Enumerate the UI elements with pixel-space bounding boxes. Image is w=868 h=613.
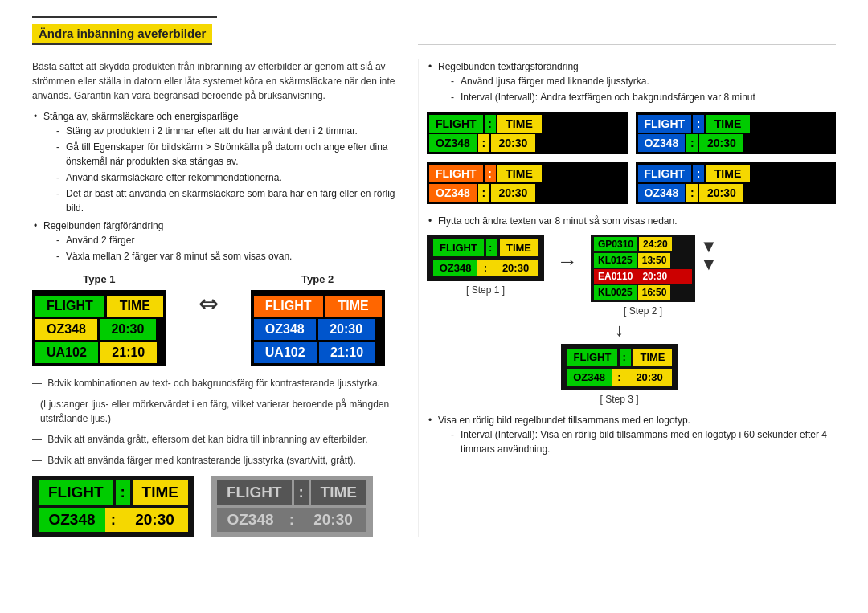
scroll-row-4: KL0025 16:50 <box>594 285 692 300</box>
dark-h1: FLIGHT <box>39 480 113 505</box>
step3-arrow-icon: ↓ <box>615 320 624 341</box>
step1-header: FLIGHT : TIME <box>433 239 538 256</box>
step1-data: OZ348 : 20:30 <box>433 260 538 276</box>
type1-r1c1: OZ348 <box>35 319 97 340</box>
vc-colon1: : <box>485 165 496 182</box>
dark-colon2: : <box>105 508 121 532</box>
type-2-label: Type 2 <box>301 273 334 285</box>
step1-container: FLIGHT : TIME OZ348 : 20:30 [ Step 1 ] <box>427 235 544 296</box>
step3-board: FLIGHT : TIME OZ348 : 20:30 <box>561 344 678 390</box>
right-sub-list: Använd ljusa färger med liknande ljussty… <box>438 74 836 104</box>
step3-data: OZ348 : 20:30 <box>567 369 672 386</box>
va-data: OZ348 : 20:30 <box>429 134 625 152</box>
vd-d1: OZ348 <box>638 184 686 202</box>
vc-d1: OZ348 <box>429 184 477 202</box>
vb-d1: OZ348 <box>638 134 686 152</box>
sub-item-1-3: Använd skärmsläckare efter rekommendatio… <box>55 170 402 185</box>
type2-h1: FLIGHT <box>254 296 323 317</box>
scroll-r4c2: 16:50 <box>638 285 671 300</box>
type-1-label: Type 1 <box>83 273 115 285</box>
step1-h1: FLIGHT <box>433 239 484 256</box>
note1-content: Bdvik kombinationen av text- och bakgrun… <box>47 378 380 389</box>
right-sub-1: Använd ljusa färger med liknande ljussty… <box>449 74 836 88</box>
step1-colon1: : <box>486 239 497 256</box>
sub-item-1-1: Stäng av produkten i 2 timmar efter att … <box>55 124 402 138</box>
type1-r2c1: UA102 <box>35 342 98 363</box>
main-content: Bästa sättet att skydda produkten från i… <box>32 59 836 537</box>
step2-container: GP0310 24:20 KL0125 13:50 EA0110 20:30 <box>591 235 695 317</box>
variant-b-board: FLIGHT : TIME OZ348 : 20:30 <box>636 112 837 154</box>
gray-d2: 20:30 <box>300 508 366 532</box>
type2-r1c1: OZ348 <box>254 319 316 340</box>
type2-header-row: FLIGHT TIME <box>254 296 382 317</box>
scroll-r1c1: GP0310 <box>594 237 637 251</box>
right-bullet-list: Regelbunden textfärgsförändring Använd l… <box>427 59 836 104</box>
vb-h1: FLIGHT <box>638 115 692 133</box>
left-column: Bästa sättet att skydda produkten från i… <box>32 59 418 537</box>
type-1-board: FLIGHT TIME OZ348 20:30 UA102 21:10 <box>32 290 166 366</box>
type2-row2: UA102 21:10 <box>254 342 382 363</box>
down-arrow-1-icon: ▼ <box>700 238 718 255</box>
step3-colon1: : <box>620 349 631 366</box>
type1-r2c2: 21:10 <box>100 342 157 363</box>
note2-text: — Bdvik att använda grått, eftersom det … <box>32 432 402 447</box>
step1-d2: 20:30 <box>493 260 538 276</box>
gray-board-header: FLIGHT : TIME <box>217 480 366 505</box>
step1-colon2: : <box>477 260 493 276</box>
gray-h2: TIME <box>311 480 366 505</box>
type-1-block: Type 1 FLIGHT TIME OZ348 20:30 UA102 21: <box>32 273 166 366</box>
step-note-list: Flytta och ändra texten var 8 minut så s… <box>427 214 836 228</box>
note1-dash: — <box>32 378 42 389</box>
step3-label: [ Step 3 ] <box>600 394 638 405</box>
vc-h2: TIME <box>497 165 542 182</box>
type2-h2: TIME <box>326 296 382 317</box>
sub-list-2: Använd 2 färger Växla mellan 2 färger va… <box>43 233 402 264</box>
sub-item-1-2: Gå till Egenskaper för bildskärm > Ström… <box>55 140 402 169</box>
sub-item-1-4: Det är bäst att använda en skärmsläckare… <box>55 186 402 215</box>
dark-d1: OZ348 <box>39 508 105 532</box>
type-2-board: FLIGHT TIME OZ348 20:30 UA102 21:10 <box>251 290 385 366</box>
step1-label: [ Step 1 ] <box>466 284 505 296</box>
gray-board-data: OZ348 : 20:30 <box>217 508 366 532</box>
scroll-row-2: KL0125 13:50 <box>594 253 692 268</box>
variant-d-board: FLIGHT : TIME OZ348 : 20:30 <box>636 162 837 204</box>
vb-colon2: : <box>686 134 698 152</box>
note3-text: — Bdvik att använda färger med kontraste… <box>32 453 402 468</box>
sub-list-1: Stäng av produkten i 2 timmar efter att … <box>43 124 402 215</box>
type2-r2c2: 21:10 <box>319 342 375 363</box>
va-h1: FLIGHT <box>429 115 483 133</box>
vc-d2: 20:30 <box>491 184 535 202</box>
step3-section: ↓ FLIGHT : TIME OZ348 : 20:30 [ Step 3 ] <box>403 320 836 405</box>
step3-d1: OZ348 <box>567 369 612 386</box>
section-title: Ändra inbänning aveferbilder <box>32 24 212 45</box>
va-d1: OZ348 <box>429 134 477 152</box>
step-right-arrow-icon: → <box>557 249 578 274</box>
top-bar-left: Ändra inbänning aveferbilder <box>32 16 418 45</box>
type1-header-row: FLIGHT TIME <box>35 296 163 317</box>
right-sub-2: Interval (Intervall): Ändra textfärgen o… <box>449 90 836 104</box>
step3-header: FLIGHT : TIME <box>567 349 672 366</box>
dark-colon1: : <box>116 480 130 505</box>
gray-board: FLIGHT : TIME OZ348 : 20:30 <box>211 476 373 537</box>
gray-colon1: : <box>294 480 309 505</box>
vb-header: FLIGHT : TIME <box>638 115 834 133</box>
vc-header: FLIGHT : TIME <box>429 165 625 182</box>
note2-dash: — <box>32 434 42 445</box>
vd-h2: TIME <box>706 165 750 182</box>
color-variants-grid: FLIGHT : TIME OZ348 : 20:30 FLIGHT : <box>427 112 836 204</box>
vb-colon1: : <box>693 115 704 133</box>
scroll-r2c2: 13:50 <box>638 253 671 268</box>
page: Ändra inbänning aveferbilder Bästa sätte… <box>0 0 868 553</box>
gray-h1: FLIGHT <box>217 480 292 505</box>
step3-h1: FLIGHT <box>567 349 618 366</box>
vd-h1: FLIGHT <box>638 165 692 182</box>
dark-board-data: OZ348 : 20:30 <box>39 508 188 532</box>
scroll-row-3: EA0110 20:30 <box>594 269 692 284</box>
scroll-row-1: GP0310 24:20 <box>594 237 692 251</box>
type1-r1c2: 20:30 <box>100 319 156 340</box>
va-h2: TIME <box>497 115 542 133</box>
type-row: Type 1 FLIGHT TIME OZ348 20:30 UA102 21: <box>32 273 402 366</box>
variant-a-board: FLIGHT : TIME OZ348 : 20:30 <box>427 112 628 154</box>
vb-h2: TIME <box>706 115 750 133</box>
note2-content: Bdvik att använda grått, eftersom det ka… <box>47 434 367 445</box>
